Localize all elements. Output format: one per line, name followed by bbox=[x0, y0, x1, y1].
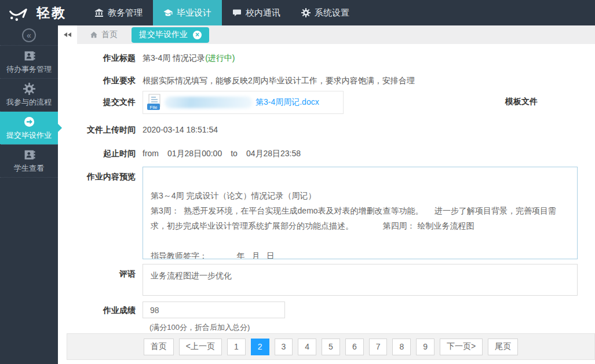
logo-swoosh-icon bbox=[8, 4, 31, 22]
graduation-cap-icon bbox=[163, 8, 173, 17]
app-title: 轻教 bbox=[36, 4, 67, 22]
top-navbar: 轻教 教务管理 毕业设计 校内通讯 系统设置 bbox=[0, 0, 595, 25]
content-preview-row: 作业内容预览 第3～4周 完成设计（论文）情况记录（周记） 第3周： 熟悉开发环… bbox=[58, 167, 595, 259]
tab-home[interactable]: 首页 bbox=[90, 30, 118, 40]
gear-icon bbox=[301, 8, 311, 17]
bank-icon bbox=[94, 8, 104, 17]
pagination-page-2[interactable]: 2 bbox=[251, 339, 269, 355]
assignment-title-value: 第3-4周 情况记录(进行中) bbox=[143, 53, 235, 64]
grade-hint: (满分100分，折合后加入总分) bbox=[149, 322, 595, 333]
pagination-page-8[interactable]: 8 bbox=[392, 339, 411, 355]
content-preview-label: 作业内容预览 bbox=[58, 167, 143, 259]
grade-row: 作业成绩 bbox=[58, 302, 595, 318]
chat-icon bbox=[232, 8, 242, 17]
sidebar-item-my-processes[interactable]: 我参与的流程 bbox=[0, 79, 58, 112]
period-from-word: from bbox=[143, 149, 159, 158]
left-triangle-icon bbox=[64, 32, 67, 37]
pagination-page-4[interactable]: 4 bbox=[298, 339, 316, 355]
pagination-page-7[interactable]: 7 bbox=[369, 339, 388, 355]
comment-textarea[interactable]: 业务流程图进一步优化 bbox=[143, 264, 578, 296]
redacted-text bbox=[165, 97, 253, 108]
tab-label: 提交毕设作业 bbox=[139, 30, 188, 40]
arrow-circle-right-icon bbox=[23, 116, 35, 128]
tab-bar: 首页 提交毕设作业 × bbox=[58, 25, 595, 44]
period-to-word: to bbox=[231, 149, 238, 158]
app-window: 轻教 教务管理 毕业设计 校内通讯 系统设置 « bbox=[0, 0, 595, 364]
assignment-title-label: 作业标题 bbox=[58, 53, 143, 64]
left-triangle-icon bbox=[68, 32, 71, 37]
period-label: 起止时间 bbox=[58, 148, 143, 159]
submitted-file-link[interactable]: 第3-4周周记.docx bbox=[255, 97, 319, 108]
sidebar-item-label: 待办事务管理 bbox=[6, 64, 52, 75]
nav-item-graduation-design[interactable]: 毕业设计 bbox=[153, 0, 222, 25]
pagination-first[interactable]: 首页 bbox=[144, 339, 174, 355]
submitted-file-label: 提交文件 bbox=[58, 91, 143, 114]
sidebar-item-label: 我参与的流程 bbox=[6, 97, 52, 108]
pagination-page-5[interactable]: 5 bbox=[322, 339, 340, 355]
file-doc-icon: File bbox=[147, 94, 162, 111]
pagination-page-3[interactable]: 3 bbox=[275, 339, 293, 355]
period-value: from01月28日00:00to04月28日23:58 bbox=[143, 148, 309, 159]
upload-time-row: 文件上传时间 2020-03-14 18:51:54 bbox=[58, 124, 595, 135]
pagination-prev[interactable]: <上一页 bbox=[179, 339, 222, 355]
comment-row: 评语 业务流程图进一步优化 bbox=[58, 264, 595, 296]
pagination-next[interactable]: 下一页> bbox=[440, 339, 483, 355]
collapse-sidebar-button[interactable]: « bbox=[22, 28, 36, 42]
status-badge: (进行中) bbox=[205, 53, 235, 62]
sidebar-item-label: 学生查看 bbox=[14, 163, 44, 174]
pagination-page-1[interactable]: 1 bbox=[227, 339, 246, 355]
top-menu: 教务管理 毕业设计 校内通讯 系统设置 bbox=[84, 0, 360, 25]
submitted-file-box: File 第3-4周周记.docx bbox=[143, 91, 344, 114]
nav-item-label: 校内通讯 bbox=[246, 8, 280, 19]
sidebar-item-submit-assignment[interactable]: 提交毕设作业 bbox=[0, 112, 58, 145]
assignment-detail-form: 作业标题 第3-4周 情况记录(进行中) 作业要求 根据实际情况填写，能够反映2… bbox=[58, 44, 595, 333]
template-file-label: 模板文件 bbox=[505, 91, 538, 114]
sidebar-item-label: 提交毕设作业 bbox=[6, 130, 52, 141]
file-badge-text: File bbox=[150, 105, 158, 110]
nav-item-system-settings[interactable]: 系统设置 bbox=[291, 0, 360, 25]
nav-item-academic-admin[interactable]: 教务管理 bbox=[84, 0, 153, 25]
tab-submit-assignment[interactable]: 提交毕设作业 × bbox=[132, 27, 209, 43]
gear-icon bbox=[23, 83, 35, 95]
app-logo[interactable]: 轻教 bbox=[0, 0, 84, 25]
sidebar-item-student-view[interactable]: 学生查看 bbox=[0, 145, 58, 178]
pagination-last[interactable]: 尾页 bbox=[488, 339, 518, 355]
sidebar: « 待办事务管理 我参与的流程 提交毕设作业 学生查看 bbox=[0, 25, 58, 364]
period-end-value: 04月28日23:58 bbox=[246, 149, 301, 158]
assignment-requirement-row: 作业要求 根据实际情况填写，能够反映2周内毕业设计工作，要求内容饱满，安排合理 bbox=[58, 75, 595, 86]
nav-item-label: 系统设置 bbox=[315, 8, 349, 19]
nav-item-label: 毕业设计 bbox=[177, 8, 211, 19]
submitted-file-row: 提交文件 File 第3-4周周记.docx 模板文件 bbox=[58, 91, 595, 114]
sidebar-item-pending-tasks[interactable]: 待办事务管理 bbox=[0, 46, 58, 79]
pagination-page-6[interactable]: 6 bbox=[345, 339, 364, 355]
grade-label: 作业成绩 bbox=[58, 302, 143, 318]
upload-time-label: 文件上传时间 bbox=[58, 124, 143, 135]
period-start-value: 01月28日00:00 bbox=[167, 149, 222, 158]
assignment-title-row: 作业标题 第3-4周 情况记录(进行中) bbox=[58, 53, 595, 64]
pagination-page-9[interactable]: 9 bbox=[416, 339, 435, 355]
contact-card-icon bbox=[23, 50, 35, 62]
nav-item-label: 教务管理 bbox=[108, 8, 143, 19]
home-icon bbox=[90, 31, 98, 39]
period-row: 起止时间 from01月28日00:00to04月28日23:58 bbox=[58, 148, 595, 159]
grade-input[interactable] bbox=[143, 302, 285, 318]
contact-card-icon bbox=[23, 149, 35, 161]
upload-time-value: 2020-03-14 18:51:54 bbox=[143, 124, 218, 135]
close-tab-icon[interactable]: × bbox=[193, 31, 202, 39]
assignment-title-text: 第3-4周 情况记录 bbox=[143, 53, 205, 62]
tab-label: 首页 bbox=[101, 30, 118, 40]
assignment-requirement-value: 根据实际情况填写，能够反映2周内毕业设计工作，要求内容饱满，安排合理 bbox=[143, 75, 415, 86]
assignment-requirement-label: 作业要求 bbox=[58, 75, 143, 86]
content-preview-textarea[interactable]: 第3～4周 完成设计（论文）情况记录（周记） 第3周： 熟悉开发环境，在平台实现… bbox=[143, 167, 578, 259]
sidebar-collapse-row: « bbox=[0, 25, 58, 46]
comment-label: 评语 bbox=[58, 264, 143, 296]
nav-item-campus-messages[interactable]: 校内通讯 bbox=[222, 0, 291, 25]
tabs-scroll-left-button[interactable] bbox=[58, 25, 77, 44]
pagination-bar: 首页 <上一页 1 2 3 4 5 6 7 8 9 下一页> 尾页 bbox=[67, 333, 595, 360]
